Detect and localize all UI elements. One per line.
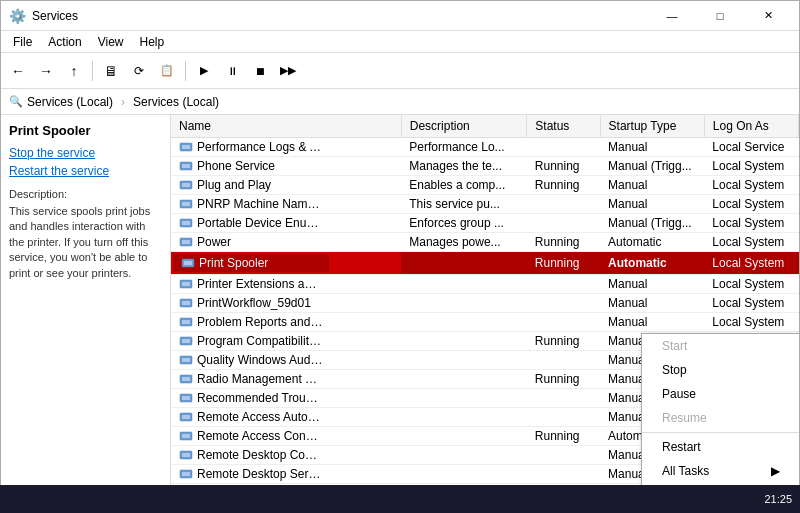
svg-rect-1 — [182, 145, 190, 149]
sidebar-restart-link[interactable]: Restart the service — [9, 164, 162, 178]
sidebar-stop-link[interactable]: Stop the service — [9, 146, 162, 160]
service-icon — [181, 256, 195, 270]
col-header-startup[interactable]: Startup Type — [600, 115, 704, 138]
toolbar-show[interactable]: 🖥 — [98, 58, 124, 84]
toolbar-sep-2 — [185, 61, 186, 81]
table-row[interactable]: Portable Device Enumerator ServiceEnforc… — [171, 214, 799, 233]
toolbar-pause[interactable]: ⏸ — [219, 58, 245, 84]
cell-desc: Manages the te... — [401, 157, 527, 176]
menu-action[interactable]: Action — [40, 33, 89, 51]
svg-rect-23 — [182, 358, 190, 362]
taskbar: 21:25 — [0, 485, 800, 513]
cell-name-text: Recommended Troubleshooting Servi... — [197, 391, 323, 405]
svg-rect-13 — [184, 261, 192, 265]
col-header-status[interactable]: Status — [527, 115, 600, 138]
breadcrumb-bar: 🔍 Services (Local) › Services (Local) — [1, 89, 799, 115]
close-button[interactable]: ✕ — [745, 1, 791, 31]
cell-name-text: Remote Desktop Configuration — [197, 448, 323, 462]
cell-status — [527, 313, 600, 332]
cell-desc — [401, 351, 527, 370]
table-row[interactable]: PNRP Machine Name Publication ServiceThi… — [171, 195, 799, 214]
table-row[interactable]: Phone ServiceManages the te...RunningMan… — [171, 157, 799, 176]
svg-rect-31 — [182, 434, 190, 438]
cell-name: Power — [171, 233, 331, 251]
service-panel: Name Description Status Startup Type Log… — [171, 115, 799, 490]
toolbar-forward[interactable]: → — [33, 58, 59, 84]
table-row[interactable]: Performance Logs & AlertsPerformance Lo.… — [171, 138, 799, 157]
cell-status — [527, 351, 600, 370]
maximize-button[interactable]: □ — [697, 1, 743, 31]
toolbar: ← → ↑ 🖥 ⟳ 📋 ▶ ⏸ ⏹ ▶▶ — [1, 53, 799, 89]
service-icon — [179, 391, 193, 405]
toolbar-stop[interactable]: ⏹ — [247, 58, 273, 84]
cell-name: Radio Management Service — [171, 370, 331, 388]
service-icon — [179, 197, 193, 211]
table-row[interactable]: Plug and PlayEnables a comp...RunningMan… — [171, 176, 799, 195]
cell-name-text: Phone Service — [197, 159, 275, 173]
cell-status — [527, 275, 600, 294]
table-row[interactable]: Problem Reports and Solutions Contr...Ma… — [171, 313, 799, 332]
cell-logon: Local System — [704, 233, 798, 252]
cell-name-text: Plug and Play — [197, 178, 271, 192]
search-icon: 🔍 — [9, 95, 23, 108]
ctx-resume[interactable]: Resume — [642, 406, 799, 430]
svg-rect-35 — [182, 472, 190, 476]
ctx-stop[interactable]: Stop — [642, 358, 799, 382]
cell-status — [527, 138, 600, 157]
ctx-all-tasks[interactable]: All Tasks ▶ — [642, 459, 799, 483]
svg-rect-33 — [182, 453, 190, 457]
menu-file[interactable]: File — [5, 33, 40, 51]
ctx-pause[interactable]: Pause — [642, 382, 799, 406]
cell-name: Phone Service — [171, 157, 331, 175]
main-content: Print Spooler Stop the service Restart t… — [1, 115, 799, 490]
table-row[interactable]: Print SpoolerRunningAutomaticLocal Syste… — [171, 252, 799, 275]
svg-rect-27 — [182, 396, 190, 400]
toolbar-refresh[interactable]: ⟳ — [126, 58, 152, 84]
col-header-name[interactable]: Name — [171, 115, 401, 138]
toolbar-export[interactable]: 📋 — [154, 58, 180, 84]
cell-desc: Performance Lo... — [401, 138, 527, 157]
toolbar-up[interactable]: ↑ — [61, 58, 87, 84]
cell-status: Running — [527, 252, 600, 275]
cell-desc — [401, 252, 527, 275]
cell-desc — [401, 465, 527, 484]
cell-name: Quality Windows Audio Video Experie... — [171, 351, 331, 369]
cell-status — [527, 408, 600, 427]
toolbar-back[interactable]: ← — [5, 58, 31, 84]
service-icon — [179, 334, 193, 348]
table-row[interactable]: PrintWorkflow_59d01ManualLocal System — [171, 294, 799, 313]
cell-logon: Local System — [704, 195, 798, 214]
cell-name: Problem Reports and Solutions Contr... — [171, 313, 331, 331]
menu-help[interactable]: Help — [132, 33, 173, 51]
toolbar-restart[interactable]: ▶▶ — [275, 58, 301, 84]
minimize-button[interactable]: — — [649, 1, 695, 31]
toolbar-sep-1 — [92, 61, 93, 81]
col-header-desc[interactable]: Description — [401, 115, 527, 138]
table-row[interactable]: Printer Extensions and NotificationsManu… — [171, 275, 799, 294]
cell-logon: Local Service — [704, 138, 798, 157]
cell-startup: Manual — [600, 195, 704, 214]
cell-desc — [401, 332, 527, 351]
table-row[interactable]: PowerManages powe...RunningAutomaticLoca… — [171, 233, 799, 252]
cell-name-text: Printer Extensions and Notifications — [197, 277, 323, 291]
sidebar: Print Spooler Stop the service Restart t… — [1, 115, 171, 490]
cell-status — [527, 214, 600, 233]
service-icon — [179, 315, 193, 329]
ctx-start[interactable]: Start — [642, 334, 799, 358]
breadcrumb-current: Services (Local) — [133, 95, 219, 109]
col-header-logon[interactable]: Log On As — [704, 115, 798, 138]
ctx-restart[interactable]: Restart — [642, 435, 799, 459]
title-left: ⚙️ Services — [9, 8, 78, 24]
desc-heading: Description: — [9, 188, 162, 200]
ctx-sep-1 — [642, 432, 799, 433]
svg-rect-3 — [182, 164, 190, 168]
submenu-arrow: ▶ — [771, 464, 780, 478]
desc-text: This service spools print jobs and handl… — [9, 204, 162, 281]
cell-name-text: Quality Windows Audio Video Experie... — [197, 353, 323, 367]
cell-startup: Automatic — [600, 252, 704, 275]
svg-rect-11 — [182, 240, 190, 244]
menu-view[interactable]: View — [90, 33, 132, 51]
cell-name-text: PrintWorkflow_59d01 — [197, 296, 311, 310]
toolbar-play[interactable]: ▶ — [191, 58, 217, 84]
cell-name-text: Remote Access Connection Manager — [197, 429, 323, 443]
